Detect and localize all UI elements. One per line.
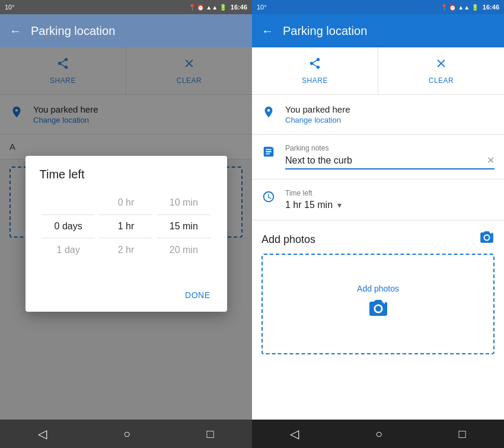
parked-content-right: You parked here Change location xyxy=(285,104,495,124)
status-bar-left: 10° 📍 ⏰ ▲▲ 🔋 16:46 xyxy=(0,0,252,14)
back-button-left[interactable]: ← xyxy=(9,24,21,38)
status-left-right: 10° xyxy=(257,4,267,11)
home-nav-left[interactable]: ○ xyxy=(114,423,140,446)
notes-content: Parking notes ✕ xyxy=(285,144,495,169)
back-button-right[interactable]: ← xyxy=(261,24,273,38)
days-selected[interactable]: 0 days xyxy=(42,215,95,238)
home-nav-right[interactable]: ○ xyxy=(366,423,392,446)
notes-input-row[interactable]: ✕ xyxy=(285,155,495,169)
time-left-dialog: Time left 0 days 1 day 0 hr 1 hr 2 hr xyxy=(25,156,227,312)
change-location-right[interactable]: Change location xyxy=(285,116,495,124)
clear-icon-right xyxy=(435,57,448,73)
photo-placeholder[interactable]: Add photos + xyxy=(261,254,495,354)
note-icon: + xyxy=(261,145,276,162)
left-panel: 10° 📍 ⏰ ▲▲ 🔋 16:46 ← Parking location SH… xyxy=(0,0,252,448)
time-content: Time left 1 hr 15 min ▾ xyxy=(285,189,495,210)
notes-label: Parking notes xyxy=(285,144,495,152)
hours-below: 2 hr xyxy=(99,238,152,262)
parked-row-right: You parked here Change location xyxy=(252,95,504,135)
hours-picker[interactable]: 0 hr 1 hr 2 hr xyxy=(99,191,152,276)
svg-point-5 xyxy=(375,306,381,312)
clear-label-right: CLEAR xyxy=(429,76,454,85)
status-temp-right: 10° xyxy=(257,4,267,11)
time-row: Time left 1 hr 15 min ▾ xyxy=(252,180,504,220)
status-icons-right: 📍 ⏰ ▲▲ 🔋 16:46 xyxy=(441,4,499,11)
back-nav-left[interactable]: ◁ xyxy=(28,422,56,446)
clear-button-right[interactable]: CLEAR xyxy=(378,47,504,94)
status-icons-left: 📍 ⏰ ▲▲ 🔋 xyxy=(189,4,227,11)
time-dropdown[interactable]: 1 hr 15 min ▾ xyxy=(285,200,495,210)
right-panel: 10° 📍 ⏰ ▲▲ 🔋 16:46 ← Parking location SH… xyxy=(252,0,504,448)
clock-icon xyxy=(261,190,276,207)
dialog-overlay: Time left 0 days 1 day 0 hr 1 hr 2 hr xyxy=(0,47,252,420)
minutes-selected[interactable]: 15 min xyxy=(157,215,210,238)
minutes-below: 20 min xyxy=(157,238,210,262)
status-sys-icons: 📍 ⏰ ▲▲ 🔋 xyxy=(441,4,479,11)
status-bar-right: 10° 📍 ⏰ ▲▲ 🔋 16:46 xyxy=(252,0,504,14)
parked-title-right: You parked here xyxy=(285,104,495,114)
nav-bar-left: ◁ ○ □ xyxy=(0,420,252,448)
days-below: 1 day xyxy=(42,238,95,262)
pin-icon-right xyxy=(261,105,276,122)
clear-notes-button[interactable]: ✕ xyxy=(487,155,495,166)
action-row-right: SHARE CLEAR xyxy=(252,47,504,95)
nav-bar-right: ◁ ○ □ xyxy=(252,420,504,448)
done-button[interactable]: DONE xyxy=(178,286,217,305)
share-label-right: SHARE xyxy=(302,76,328,85)
top-bar-right: ← Parking location xyxy=(252,14,504,47)
status-left-text: 10° xyxy=(5,4,15,11)
svg-text:+: + xyxy=(272,145,275,150)
picker-container[interactable]: 0 days 1 day 0 hr 1 hr 2 hr 10 min 15 mi… xyxy=(25,186,227,281)
hours-above: 0 hr xyxy=(99,191,152,215)
svg-text:+: + xyxy=(489,230,493,236)
add-photo-icon-button[interactable]: + xyxy=(479,230,495,249)
camera-icon-placeholder: + xyxy=(368,298,389,324)
time-label: Time left xyxy=(285,189,495,197)
status-time-left: 📍 ⏰ ▲▲ 🔋 16:46 xyxy=(189,4,247,11)
recent-nav-left[interactable]: □ xyxy=(197,423,224,446)
dialog-actions: DONE xyxy=(25,281,227,312)
top-bar-left: ← Parking location xyxy=(0,14,252,47)
add-photos-placeholder-label: Add photos xyxy=(357,284,399,293)
share-icon-right xyxy=(308,57,321,73)
page-title-right: Parking location xyxy=(283,24,367,38)
add-photos-header: Add photos + xyxy=(252,220,504,254)
minutes-picker[interactable]: 10 min 15 min 20 min xyxy=(157,191,210,276)
time-value: 1 hr 15 min xyxy=(285,200,333,210)
days-picker[interactable]: 0 days 1 day xyxy=(42,191,95,276)
dropdown-arrow-icon[interactable]: ▾ xyxy=(337,200,342,210)
hours-selected[interactable]: 1 hr xyxy=(99,215,152,238)
page-title-left: Parking location xyxy=(31,24,115,38)
dialog-title: Time left xyxy=(25,156,227,186)
share-button-right[interactable]: SHARE xyxy=(252,47,378,94)
svg-text:+: + xyxy=(382,298,387,306)
content-area-right: SHARE CLEAR You parked here Change locat… xyxy=(252,47,504,420)
notes-row: + Parking notes ✕ xyxy=(252,135,504,180)
back-nav-right[interactable]: ◁ xyxy=(280,422,308,446)
status-temp-left: 10° xyxy=(5,4,15,11)
minutes-above: 10 min xyxy=(157,191,210,215)
recent-nav-right[interactable]: □ xyxy=(449,423,476,446)
days-empty-top xyxy=(42,191,95,215)
svg-point-3 xyxy=(485,236,489,240)
notes-input[interactable] xyxy=(285,155,487,166)
content-area-left: SHARE CLEAR You parked here Change locat… xyxy=(0,47,252,420)
status-time-right: 16:46 xyxy=(483,4,499,11)
add-photos-title: Add photos xyxy=(261,233,315,246)
